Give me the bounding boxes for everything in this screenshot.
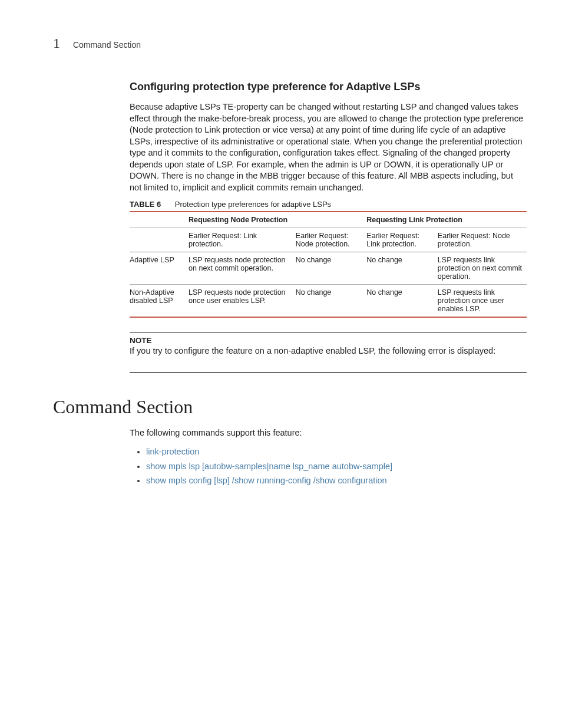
link-link-protection[interactable]: link-protection [146,447,199,456]
th-node: Requesting Node Protection [189,212,366,228]
note-label: NOTE [130,336,527,345]
note-block: NOTE If you try to configure the feature… [130,332,527,373]
list-item: show mpls config [lsp] /show running-con… [146,473,527,488]
row0-c2: No change [296,252,367,284]
row1-label: Non-Adaptive disabled LSP [130,284,189,317]
sub-c4: Earlier Request: Node protection. [438,228,527,252]
heading-command-section: Command Section [53,396,527,418]
running-title: Command Section [73,40,141,50]
running-header: 1 Command Section [53,35,527,51]
row0-c1: LSP requests node protection on next com… [189,252,296,284]
row1-c3: No change [366,284,438,317]
row1-c4: LSP requests link protection once user e… [438,284,527,317]
th-blank [130,212,189,228]
sub-c2: Earlier Request: Node protection. [296,228,367,252]
chapter-number: 1 [53,35,60,51]
table-protection-prefs: Requesting Node Protection Requesting Li… [130,211,527,318]
subheading-config: Configuring protection type preference f… [130,81,527,93]
row0-label: Adaptive LSP [130,252,189,284]
commands-intro: The following commands support this feat… [130,427,527,439]
row1-c2: No change [296,284,367,317]
note-text: If you try to configure the feature on a… [130,346,527,355]
paragraph-intro: Because adaptive LSPs TE-property can be… [130,101,527,194]
table-label: TABLE 6 [130,200,161,209]
row0-c4: LSP requests link protection on next com… [438,252,527,284]
table-title: Protection type preferences for adaptive… [175,200,331,209]
content-block-2: The following commands support this feat… [130,427,527,488]
row1-c1: LSP requests node protection once user e… [189,284,296,317]
list-item: link-protection [146,444,527,459]
page: 1 Command Section Configuring protection… [0,0,562,728]
table-caption: TABLE 6 Protection type preferences for … [130,200,527,209]
sub-c3: Earlier Request: Link protection. [366,228,438,252]
sub-blank [130,228,189,252]
link-show-mpls-config[interactable]: show mpls config [lsp] /show running-con… [146,476,387,485]
sub-c1: Earlier Request: Link protection. [189,228,296,252]
list-item: show mpls lsp [autobw-samples|name lsp_n… [146,459,527,474]
row0-c3: No change [366,252,438,284]
content-block-1: Configuring protection type preference f… [130,81,527,373]
link-show-mpls-lsp[interactable]: show mpls lsp [autobw-samples|name lsp_n… [146,462,392,471]
th-link: Requesting Link Protection [366,212,527,228]
command-list: link-protection show mpls lsp [autobw-sa… [130,444,527,488]
